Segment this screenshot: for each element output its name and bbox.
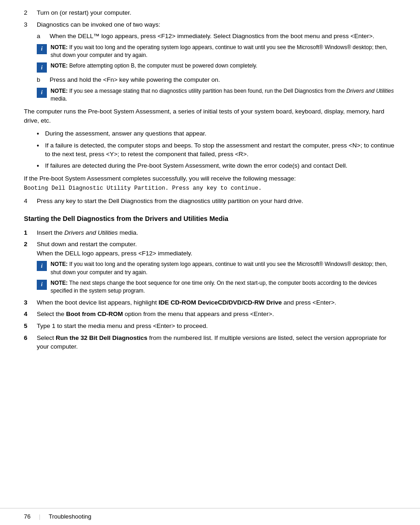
note-3-text: NOTE: If you see a message stating that … bbox=[51, 87, 396, 103]
body-para-1: The computer runs the Pre-boot System As… bbox=[24, 107, 396, 126]
section-step-2-line1: Shut down and restart the computer. bbox=[37, 240, 396, 249]
step-3a-text: When the DELL™ logo appears, press <F12>… bbox=[50, 32, 396, 41]
step-3-text: Diagnostics can be invoked one of two wa… bbox=[37, 20, 396, 29]
note-2-box: i NOTE: Before attempting option B, the … bbox=[37, 62, 396, 73]
step-3-number: 3 bbox=[24, 20, 37, 29]
step-4-row: 4 Press any key to start the Dell Diagno… bbox=[24, 197, 396, 206]
step-3-row: 3 Diagnostics can be invoked one of two … bbox=[24, 20, 396, 29]
footer-page-number: 76 bbox=[24, 513, 30, 521]
section-step-1-text: Insert the Drivers and Utilities media. bbox=[37, 228, 396, 237]
bullet-list: During the assessment, answer any questi… bbox=[37, 129, 396, 170]
step-3a-row: a When the DELL™ logo appears, press <F1… bbox=[37, 32, 396, 41]
section-step-3-row: 3 When the boot device list appears, hig… bbox=[24, 298, 396, 307]
note-5-icon: i bbox=[37, 280, 47, 290]
section-step-1-row: 1 Insert the Drivers and Utilities media… bbox=[24, 228, 396, 237]
section-heading: Starting the Dell Diagnostics from the D… bbox=[24, 214, 396, 224]
step-4-text: Press any key to start the Dell Diagnost… bbox=[37, 197, 396, 206]
bullet-2-text: If a failure is detected, the computer s… bbox=[45, 141, 396, 159]
note-1-icon: i bbox=[37, 44, 47, 54]
step-2-row: 2 Turn on (or restart) your computer. bbox=[24, 8, 396, 17]
step-2-number: 2 bbox=[24, 8, 37, 17]
step-4-number: 4 bbox=[24, 197, 37, 206]
bullet-1-text: During the assessment, answer any questi… bbox=[45, 129, 206, 138]
note-5-box: i NOTE: The next steps change the boot s… bbox=[37, 279, 396, 295]
section-step-4-number: 4 bbox=[24, 310, 37, 319]
footer-separator: | bbox=[39, 512, 40, 521]
section-step-6-text: Select Run the 32 Bit Dell Diagnostics f… bbox=[37, 333, 396, 351]
note-2-text: NOTE: Before attempting option B, the co… bbox=[51, 62, 257, 70]
footer-section-label: Troubleshooting bbox=[49, 513, 91, 521]
section-step-1-number: 1 bbox=[24, 228, 37, 237]
mono-message: Booting Dell Diagnostic Utility Partitio… bbox=[24, 185, 262, 192]
section-step-6-number: 6 bbox=[24, 333, 37, 343]
section-step-4-row: 4 Select the Boot from CD-ROM option fro… bbox=[24, 310, 396, 319]
section-step-5-number: 5 bbox=[24, 322, 37, 331]
section-step-3-number: 3 bbox=[24, 298, 37, 307]
section-step-6-row: 6 Select Run the 32 Bit Dell Diagnostics… bbox=[24, 333, 396, 351]
note-2-icon: i bbox=[37, 62, 47, 73]
section-step-4-text: Select the Boot from CD-ROM option from … bbox=[37, 310, 396, 319]
note-4-text: NOTE: If you wait too long and the opera… bbox=[51, 260, 396, 277]
step-3b-letter: b bbox=[37, 75, 50, 85]
note-3-icon: i bbox=[37, 88, 47, 98]
body-para-2: If the Pre-boot System Assessment comple… bbox=[24, 174, 396, 193]
section-step-2-number: 2 bbox=[24, 240, 37, 249]
note-1-box: i NOTE: If you wait too long and the ope… bbox=[37, 44, 396, 60]
step-3b-row: b Press and hold the <Fn> key while powe… bbox=[37, 75, 396, 85]
section-step-5-row: 5 Type 1 to start the media menu and pre… bbox=[24, 322, 396, 331]
bullet-item: During the assessment, answer any questi… bbox=[37, 129, 396, 138]
section-step-5-text: Type 1 to start the media menu and press… bbox=[37, 322, 396, 331]
step-3b-text: Press and hold the <Fn> key while poweri… bbox=[50, 75, 396, 85]
bullet-item: If failures are detected during the Pre-… bbox=[37, 161, 396, 170]
note-4-box: i NOTE: If you wait too long and the ope… bbox=[37, 260, 396, 277]
section-step-3-text: When the boot device list appears, highl… bbox=[37, 298, 396, 307]
bullet-item: If a failure is detected, the computer s… bbox=[37, 141, 396, 159]
section-step-2-content: Shut down and restart the computer. When… bbox=[37, 240, 396, 258]
note-4-icon: i bbox=[37, 261, 47, 271]
bullet-3-text: If failures are detected during the Pre-… bbox=[45, 161, 347, 170]
section-step-2-line2: When the DELL logo appears, press <F12> … bbox=[37, 249, 396, 258]
footer-bar: 76 | Troubleshooting bbox=[0, 508, 420, 525]
note-5-text: NOTE: The next steps change the boot seq… bbox=[51, 279, 396, 295]
step-3a-letter: a bbox=[37, 32, 50, 41]
section-step-2-row: 2 Shut down and restart the computer. Wh… bbox=[24, 240, 396, 258]
note-1-text: NOTE: If you wait too long and the opera… bbox=[51, 44, 396, 60]
step-2-text: Turn on (or restart) your computer. bbox=[37, 8, 396, 17]
note-3-box: i NOTE: If you see a message stating tha… bbox=[37, 87, 396, 103]
